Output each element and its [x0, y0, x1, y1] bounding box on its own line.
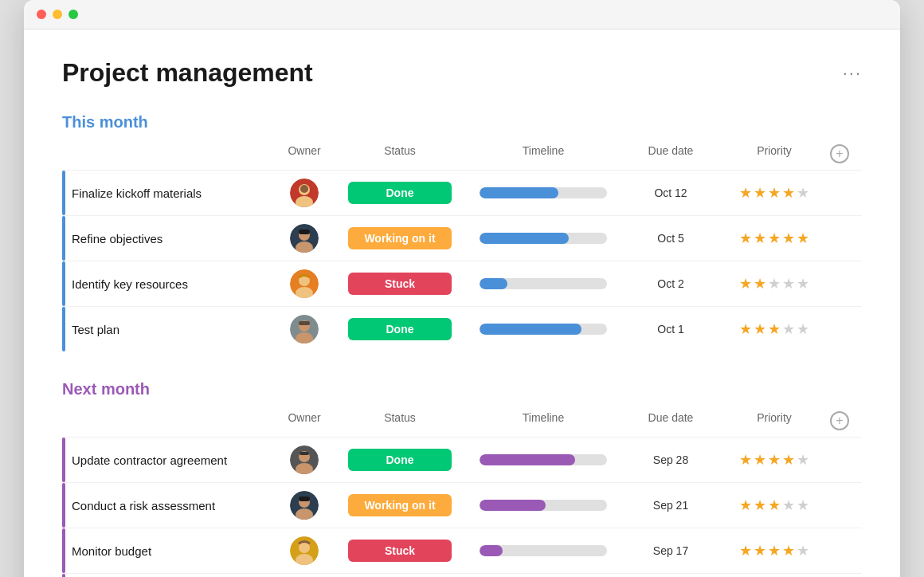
status-cell: Done	[336, 449, 464, 471]
star-2: ★	[754, 230, 766, 247]
timeline-fill	[480, 233, 569, 244]
star-4: ★	[782, 497, 795, 514]
star-4: ★	[782, 230, 795, 247]
star-1: ★	[739, 542, 752, 559]
section-title-next-month: Next month	[62, 380, 150, 398]
status-badge: Working on it	[348, 227, 452, 249]
star-rating: ★★★★★	[718, 497, 830, 514]
task-name: Finalize kickoff materials	[62, 186, 272, 200]
col-timeline: Timeline	[464, 144, 623, 163]
timeline-track	[480, 500, 607, 511]
due-date: Sep 21	[623, 499, 718, 512]
star-5: ★	[797, 320, 809, 338]
star-4: ★	[782, 275, 795, 292]
col-add: +	[830, 411, 862, 430]
star-1: ★	[739, 230, 752, 247]
star-2: ★	[754, 275, 766, 292]
task-name: Refine objectives	[62, 232, 272, 245]
star-rating: ★★★★★	[718, 184, 830, 202]
star-rating: ★★★★★	[718, 451, 830, 469]
col-add: +	[830, 144, 862, 163]
timeline-cell	[464, 233, 623, 244]
star-3: ★	[768, 275, 781, 292]
minimize-dot[interactable]	[53, 10, 62, 19]
timeline-fill	[480, 324, 581, 335]
star-1: ★	[739, 451, 752, 469]
timeline-cell	[464, 454, 623, 465]
col-due-date: Due date	[623, 144, 718, 163]
col-priority: Priority	[718, 411, 830, 430]
status-cell: Stuck	[336, 273, 464, 295]
title-bar	[24, 0, 900, 29]
due-date: Oct 12	[623, 186, 718, 199]
task-row: Develop communication plan Done Sep 13 ★…	[62, 573, 862, 577]
due-date: Oct 1	[623, 323, 718, 336]
task-row: Conduct a risk assessment Working on it …	[62, 482, 862, 528]
timeline-cell	[464, 324, 623, 335]
star-3: ★	[768, 184, 781, 202]
star-2: ★	[754, 497, 766, 514]
avatar	[290, 446, 319, 474]
star-3: ★	[768, 542, 781, 559]
star-3: ★	[768, 320, 781, 338]
timeline-fill	[480, 500, 546, 511]
timeline-fill	[480, 454, 575, 465]
col-status: Status	[336, 411, 464, 430]
due-date: Sep 28	[623, 453, 718, 466]
star-4: ★	[782, 451, 795, 469]
status-badge: Done	[348, 318, 452, 340]
svg-point-3	[300, 185, 308, 193]
section-next-month: Next month Owner Status Timeline Due dat…	[62, 380, 862, 577]
star-rating: ★★★★★	[718, 320, 830, 338]
status-badge: Done	[348, 182, 452, 204]
timeline-track	[480, 278, 607, 289]
section-header-this-month: This month	[62, 113, 862, 131]
more-options-button[interactable]: ···	[843, 63, 862, 84]
task-row: Update contractor agreement Done Sep 28 …	[62, 437, 862, 482]
timeline-track	[480, 324, 607, 335]
status-badge: Stuck	[348, 273, 452, 295]
star-3: ★	[768, 230, 781, 247]
avatar	[290, 491, 319, 520]
star-rating: ★★★★★	[718, 542, 830, 559]
add-column-icon[interactable]: +	[830, 411, 849, 430]
timeline-track	[480, 454, 607, 465]
close-dot[interactable]	[37, 10, 46, 19]
star-3: ★	[768, 497, 781, 514]
table-header-next-month: Owner Status Timeline Due date Priority …	[62, 408, 862, 437]
col-task	[72, 144, 272, 163]
status-badge: Done	[348, 449, 452, 471]
add-column-icon[interactable]: +	[830, 144, 849, 163]
star-3: ★	[768, 451, 781, 469]
avatar	[290, 315, 319, 343]
timeline-fill	[480, 545, 503, 556]
timeline-fill	[480, 187, 558, 198]
task-row: Identify key resources Stuck Oct 2 ★★★★★	[62, 261, 862, 306]
avatar	[290, 269, 319, 298]
col-owner: Owner	[272, 144, 336, 163]
col-priority: Priority	[718, 144, 830, 163]
timeline-cell	[464, 187, 623, 198]
page-title: Project management	[62, 58, 313, 88]
timeline-track	[480, 545, 607, 556]
maximize-dot[interactable]	[69, 10, 78, 19]
svg-rect-22	[299, 497, 310, 501]
due-date: Sep 17	[623, 544, 718, 557]
svg-rect-7	[299, 230, 310, 234]
table-header-this-month: Owner Status Timeline Due date Priority …	[62, 141, 862, 170]
col-status: Status	[336, 144, 464, 163]
section-title-this-month: This month	[62, 113, 148, 131]
star-1: ★	[739, 497, 752, 514]
star-4: ★	[782, 542, 795, 559]
task-name: Update contractor agreement	[62, 453, 272, 467]
star-2: ★	[754, 451, 766, 469]
task-name: Test plan	[62, 323, 272, 336]
status-cell: Working on it	[336, 494, 464, 516]
svg-rect-14	[299, 321, 310, 325]
star-1: ★	[739, 184, 752, 202]
star-4: ★	[782, 184, 795, 202]
star-5: ★	[797, 184, 809, 202]
timeline-cell	[464, 278, 623, 289]
col-task	[72, 411, 272, 430]
status-badge: Stuck	[348, 540, 452, 562]
